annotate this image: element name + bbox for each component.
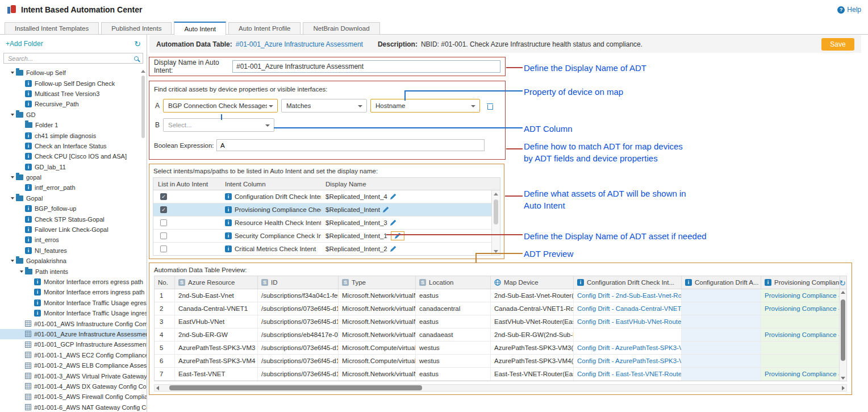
edit-display-name-icon[interactable]	[390, 245, 397, 252]
scroll-down-icon[interactable]	[841, 377, 845, 380]
list-in-auto-intent-checkbox[interactable]	[160, 232, 167, 239]
tab-published-intents[interactable]: Published Intents	[101, 22, 172, 35]
tree-item-monitor-interface-traffic-usage-ingress-p[interactable]: iMonitor Interface Traffic Usage ingress…	[0, 308, 147, 318]
scrollbar-thumb[interactable]	[169, 385, 422, 390]
intent-table-row[interactable]: iCritical Metrics Check Intent$Replicate…	[153, 243, 500, 256]
intent-table-scrollbar[interactable]	[491, 190, 500, 255]
preview-table-row[interactable]: 7East-Test-VNET/subscriptions/073e6f45-d…	[155, 368, 846, 381]
adt-column-select[interactable]: BGP Connection Check Messages	[163, 99, 278, 113]
tree-item-follow-up-self[interactable]: Follow-up Self	[0, 68, 147, 78]
tree-item-ch41-simple-diagnosis[interactable]: ich41 simple diagnosis	[0, 130, 147, 140]
search-box[interactable]	[3, 53, 143, 64]
config-drift-link[interactable]: Config Drift - Canada-Central-VNET1-...	[577, 305, 682, 312]
tree-item-01-001-3-aws-virtual-private-gateway-co[interactable]: #01-001-3_AWS Virtual Private Gateway Co…	[0, 371, 147, 381]
tree-item-01-001-5-aws-firewall-config-compliance[interactable]: #01-001-5_AWS Firewall Config Compliance…	[0, 392, 147, 402]
provisioning-compliance-link[interactable]: Provisioning Compliance - East-Test...	[765, 371, 840, 377]
tree-item-gd[interactable]: GD	[0, 110, 147, 120]
preview-table-row[interactable]: 6AzurePathTest-SPK3-VM4/subscriptions/07…	[155, 355, 846, 368]
intent-table-row[interactable]: iSecurity Compliance Check Intent$Replic…	[153, 230, 500, 243]
tree-item-int-erros[interactable]: iint_erros	[0, 235, 147, 245]
tab-installed-intent-templates[interactable]: Installed Intent Templates	[5, 22, 99, 35]
tree-item-recursive-path[interactable]: iRecursive_Path	[0, 99, 147, 109]
intent-table-row[interactable]: ✓iProvisioning Compliance Check ...$Repl…	[153, 203, 500, 217]
tab-auto-intent[interactable]: Auto Intent	[174, 22, 226, 35]
help-link[interactable]: ? Help	[837, 6, 861, 14]
tree-item-gd-lab-11[interactable]: iGD_lab_11	[0, 162, 147, 172]
list-in-auto-intent-checkbox[interactable]	[160, 245, 167, 252]
tree-item-check-stp-status-gopal[interactable]: iCheck STP Status-Gopal	[0, 214, 147, 224]
scroll-up-icon[interactable]	[841, 291, 845, 294]
tree-item-01-001-2-aws-elb-compliance-assessment[interactable]: #01-001-2_AWS ELB Compliance Assessment	[0, 360, 147, 371]
provisioning-compliance-link[interactable]: Provisioning Compliance - Canada-...	[765, 305, 840, 312]
tree-item-multicast-tree-version3[interactable]: iMulticast Tree Version3	[0, 89, 147, 99]
expander-icon[interactable]	[11, 197, 14, 199]
config-drift-link[interactable]: Config Drift - AzurePathTest-SPK3-V...	[577, 344, 682, 351]
tree-item-01-001-4-aws-dx-gateway-config-compli[interactable]: #01-001-4_AWS DX Gateway Config Compli..…	[0, 381, 147, 392]
tree-item-check-cpu-cisco-ios-and-asa[interactable]: iCheck CPU [Cisco IOS and ASA]	[0, 151, 147, 161]
expander-icon[interactable]	[20, 270, 23, 273]
edit-display-name-icon[interactable]	[390, 219, 397, 226]
config-drift-link[interactable]: Config Drift - EastVHub-VNet-Router(...	[577, 318, 682, 325]
operator-select[interactable]: Matches	[281, 99, 367, 113]
preview-table-row[interactable]: 5AzurePathTest-SPK3-VM3/subscriptions/07…	[155, 342, 846, 355]
tab-auto-intent-profile[interactable]: Auto Intent Profile	[228, 22, 301, 35]
tree-item-folder-1[interactable]: Folder 1	[0, 120, 147, 130]
save-button[interactable]: Save	[821, 38, 854, 51]
expander-icon[interactable]	[11, 72, 14, 74]
tab-netbrain-download[interactable]: NetBrain Download	[303, 22, 379, 35]
edit-display-name-icon[interactable]	[390, 193, 397, 200]
scroll-up-icon[interactable]	[494, 193, 498, 195]
add-folder-button[interactable]: +Add Folder	[6, 40, 43, 48]
trash-icon[interactable]	[487, 102, 494, 110]
search-icon[interactable]	[134, 56, 139, 61]
edit-display-name-icon[interactable]	[382, 206, 389, 213]
tree-item-01-001-azure-infrastructure-assessment[interactable]: #01-001_Azure Infrastructure Assessment	[0, 329, 147, 339]
preview-table-row[interactable]: 42nd-Sub-ER-GW/subscriptions/eb48417e-0d…	[155, 328, 846, 342]
config-drift-link[interactable]: Config Drift - AzurePathTest-SPK3-V...	[577, 357, 682, 364]
intent-table-row[interactable]: iResource Health Check Intent$Replicated…	[153, 217, 500, 230]
scrollbar-thumb[interactable]	[841, 299, 845, 361]
preview-horizontal-scrollbar[interactable]	[154, 384, 847, 392]
tree-item-01-001-aws-infrastructure-config-compli[interactable]: #01-001_AWS Infrastructure Config Compli…	[0, 318, 147, 328]
tree-item-monitor-interface-errors-egress-path[interactable]: iMonitor Interface errors egress path	[0, 277, 147, 287]
tree-item-gopalakrishna[interactable]: Gopalakrishna	[0, 256, 147, 266]
adt-name-link[interactable]: #01-001_Azure Infrastructure Assessment	[236, 40, 363, 48]
edit-display-name-icon[interactable]	[394, 232, 401, 239]
tree-item-path-intents[interactable]: Path intents	[0, 266, 147, 276]
expander-icon[interactable]	[11, 260, 14, 262]
config-drift-link[interactable]: Config Drift - 2nd-Sub-East-Vnet-Rou...	[577, 292, 682, 299]
expander-icon[interactable]	[11, 114, 14, 116]
tree-item-monitor-interface-errors-ingress-path[interactable]: iMonitor Interface errors ingress path	[0, 287, 147, 297]
tree-item-gopal[interactable]: gopal	[0, 172, 147, 182]
tree-item-gopal[interactable]: Gopal	[0, 193, 147, 203]
list-in-auto-intent-checkbox[interactable]	[160, 219, 167, 226]
preview-table-row[interactable]: 12nd-Sub-East-Vnet/subscriptions/f34a04c…	[155, 289, 846, 302]
refresh-icon[interactable]: ↻	[134, 39, 141, 48]
list-in-auto-intent-checkbox[interactable]: ✓	[160, 193, 167, 200]
list-in-auto-intent-checkbox[interactable]: ✓	[160, 206, 167, 213]
preview-table-row[interactable]: 3EastVHub-VNet/subscriptions/073e6f45-d1…	[155, 315, 846, 328]
sidebar-scrollbar[interactable]	[141, 70, 145, 410]
scrollbar-thumb[interactable]	[494, 199, 498, 224]
expander-icon[interactable]	[11, 176, 14, 178]
intent-table-row[interactable]: ✓iConfiguration Drift Check Intent$Repli…	[153, 190, 500, 203]
config-drift-link[interactable]: Config Drift - East-Test-VNET-Router(...	[577, 371, 682, 377]
provisioning-compliance-link[interactable]: Provisioning Compliance - 2nd-Sub...	[765, 292, 840, 299]
search-input[interactable]	[7, 55, 134, 63]
tree-item-check-an-interface-status[interactable]: iCheck an Interface Status	[0, 141, 147, 151]
refresh-icon[interactable]: ↻	[839, 278, 846, 288]
scrollbar-thumb[interactable]	[141, 76, 145, 138]
preview-vertical-scrollbar[interactable]	[839, 289, 846, 381]
scroll-right-icon[interactable]	[842, 386, 845, 390]
tree-item-intf-error-path[interactable]: iintf_error_path	[0, 182, 147, 193]
scroll-left-icon[interactable]	[156, 386, 159, 390]
tree-item-01-001-6-aws-nat-gateway-config-compl[interactable]: #01-001-6_AWS NAT Gateway Config Compl..…	[0, 402, 147, 412]
tree-item-monitor-interface-traffic-usage-egress-p[interactable]: iMonitor Interface Traffic Usage egress …	[0, 298, 147, 308]
scroll-up-icon[interactable]	[141, 70, 145, 73]
tree-item-ni-features[interactable]: iNI_features	[0, 245, 147, 256]
preview-table-row[interactable]: 2Canada-Central-VNET1/subscriptions/073e…	[155, 302, 846, 315]
tree-item-bgp-follow-up[interactable]: iBGP_follow-up	[0, 203, 147, 214]
tree-item-follow-up-self-design-check[interactable]: iFollow-up Self Design Check	[0, 78, 147, 88]
provisioning-compliance-link[interactable]: Provisioning Compliance - 2nd-Sub	[765, 331, 840, 338]
tree-item-failover-link-check-gopal[interactable]: iFailover Link Check-Gopal	[0, 224, 147, 235]
